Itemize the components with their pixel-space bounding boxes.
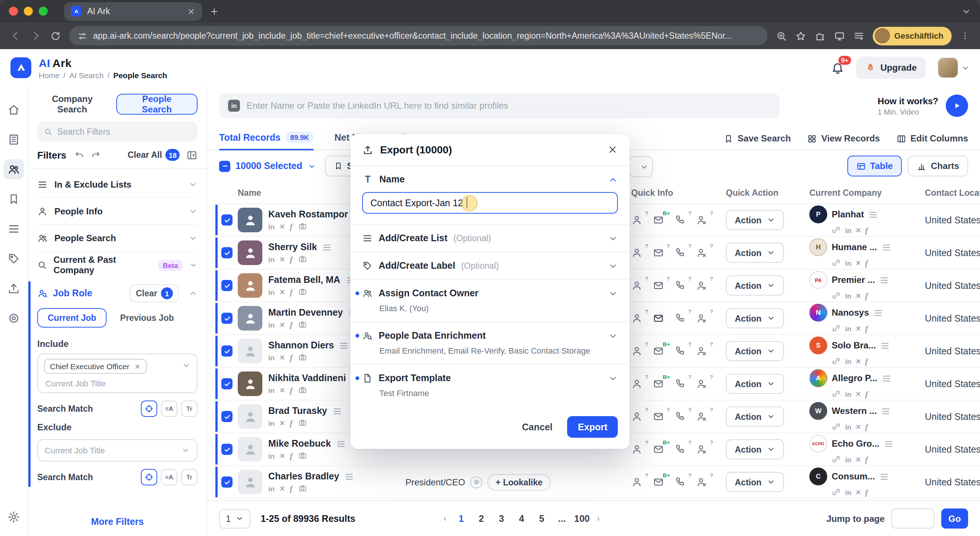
email-icon[interactable]: ? xyxy=(653,279,665,292)
action-button[interactable]: Action xyxy=(726,374,784,394)
person-remove-icon[interactable]: ? xyxy=(696,411,708,422)
x-icon[interactable]: × xyxy=(280,386,285,394)
action-button[interactable]: Action xyxy=(726,243,784,263)
row-checkbox[interactable] xyxy=(221,280,232,291)
previous-job-tab[interactable]: Previous Job xyxy=(110,313,184,322)
person-remove-icon[interactable]: ? xyxy=(696,214,708,226)
x-icon[interactable]: × xyxy=(280,288,285,296)
row-checkbox[interactable] xyxy=(221,411,232,422)
go-button[interactable]: Go xyxy=(941,509,968,528)
phone-icon[interactable]: ? xyxy=(675,312,686,324)
linkedin-search-bar[interactable]: in xyxy=(219,93,780,118)
row-checkbox[interactable] xyxy=(221,444,232,455)
rail-export-icon[interactable] xyxy=(4,278,24,298)
person-name[interactable]: Fatema Bell, MA xyxy=(268,275,340,285)
action-button[interactable]: Action xyxy=(726,439,784,459)
linkedin-icon[interactable]: in xyxy=(845,488,851,496)
match-text-icon[interactable]: Tr xyxy=(181,401,197,417)
facebook-icon[interactable]: f xyxy=(865,422,868,431)
enrichment-section[interactable]: People Data Enrichment Email Enrichment,… xyxy=(350,322,630,364)
linkedin-icon[interactable]: in xyxy=(268,452,275,460)
extensions-icon[interactable] xyxy=(815,30,826,41)
instagram-icon[interactable] xyxy=(298,484,307,493)
filter-section-company[interactable]: Current & Past Company Beta xyxy=(37,252,197,278)
action-button[interactable]: Action xyxy=(726,210,784,230)
filter-search[interactable] xyxy=(37,121,197,141)
export-name-input[interactable] xyxy=(362,192,618,214)
website-link-icon[interactable] xyxy=(832,422,841,431)
rail-people-icon[interactable] xyxy=(4,159,24,179)
person-remove-icon[interactable]: ? xyxy=(696,345,708,357)
linkedin-icon[interactable]: in xyxy=(268,255,275,263)
company-name[interactable]: Consum... xyxy=(832,471,875,482)
company-search-tab[interactable]: Company Search xyxy=(37,94,107,115)
facebook-icon[interactable]: f xyxy=(290,288,293,296)
job-role-header[interactable]: Job Role Clear 1 xyxy=(37,281,197,305)
instagram-icon[interactable] xyxy=(298,320,307,329)
facebook-icon[interactable]: f xyxy=(865,226,868,234)
job-role-clear-button[interactable]: Clear 1 xyxy=(130,284,179,302)
facebook-icon[interactable]: f xyxy=(865,324,868,332)
instagram-icon[interactable] xyxy=(298,353,307,362)
facebook-icon[interactable]: f xyxy=(290,484,293,492)
filter-search-input[interactable] xyxy=(57,127,191,136)
row-checkbox[interactable] xyxy=(221,346,232,357)
breadcrumb-ai-search[interactable]: AI Search xyxy=(69,70,103,79)
person-name[interactable]: Mike Roebuck xyxy=(268,438,331,449)
install-app-icon[interactable] xyxy=(834,30,845,41)
instagram-icon[interactable] xyxy=(298,287,307,296)
column-quick-action[interactable]: Quick Action xyxy=(726,188,809,197)
row-menu-icon[interactable] xyxy=(344,472,354,481)
linkedin-icon[interactable]: in xyxy=(845,455,851,463)
email-icon[interactable]: B+ xyxy=(653,476,665,488)
chevron-down-icon[interactable] xyxy=(608,261,618,271)
rail-bookmarks-icon[interactable] xyxy=(4,189,24,209)
x-icon[interactable]: × xyxy=(280,484,285,492)
action-button[interactable]: Action xyxy=(726,308,784,328)
hidden-dropdown-stub[interactable] xyxy=(629,156,653,177)
contact-card-icon[interactable]: ? xyxy=(631,443,643,455)
filter-section-people-search[interactable]: People Search xyxy=(37,225,197,252)
linkedin-icon[interactable]: in xyxy=(268,288,275,296)
phone-icon[interactable]: ? xyxy=(675,411,686,422)
website-link-icon[interactable] xyxy=(832,225,841,235)
company-menu-icon[interactable] xyxy=(880,341,890,350)
company-menu-icon[interactable] xyxy=(873,308,883,317)
facebook-icon[interactable]: f xyxy=(290,255,293,263)
action-button[interactable]: Action xyxy=(726,341,784,361)
close-icon[interactable] xyxy=(608,144,618,155)
phone-icon[interactable]: ? xyxy=(675,443,686,455)
person-remove-icon[interactable]: ? xyxy=(696,476,708,488)
page-button-current[interactable]: 1 xyxy=(453,509,469,527)
contact-card-icon[interactable]: ? xyxy=(631,345,643,357)
exclude-job-title-select[interactable]: Current Job Title xyxy=(37,439,197,461)
x-icon[interactable]: × xyxy=(856,226,861,234)
current-job-tab[interactable]: Current Job xyxy=(37,308,107,328)
person-remove-icon[interactable]: ? xyxy=(696,279,708,292)
website-link-icon[interactable] xyxy=(832,324,841,333)
browser-profile-chip[interactable]: Geschäftlich xyxy=(873,27,952,45)
match-contains-icon[interactable]: ≡A xyxy=(161,401,177,417)
linkedin-icon[interactable]: in xyxy=(845,259,851,267)
linkedin-icon[interactable]: in xyxy=(268,484,275,492)
action-button[interactable]: Action xyxy=(726,472,784,492)
rail-home-icon[interactable] xyxy=(4,100,24,120)
linkedin-search-input[interactable] xyxy=(247,100,771,111)
clear-all-button[interactable]: Clear All 18 xyxy=(127,149,180,161)
browser-menu-icon[interactable] xyxy=(960,30,970,41)
rail-labels-icon[interactable] xyxy=(4,249,24,269)
close-window-button[interactable] xyxy=(9,7,18,16)
x-icon[interactable]: × xyxy=(856,390,861,398)
company-menu-icon[interactable] xyxy=(881,242,891,252)
bookmark-star-icon[interactable] xyxy=(795,30,807,41)
company-menu-icon[interactable] xyxy=(884,439,894,449)
x-icon[interactable]: × xyxy=(856,324,861,332)
reload-button[interactable] xyxy=(50,30,61,41)
company-menu-icon[interactable] xyxy=(869,209,878,219)
contact-card-icon[interactable]: ? xyxy=(631,214,643,226)
row-menu-icon[interactable] xyxy=(339,341,349,350)
charts-view-toggle[interactable]: Charts xyxy=(908,155,968,176)
linkedin-icon[interactable]: in xyxy=(845,292,851,300)
tab-search-icon[interactable] xyxy=(961,6,971,16)
page-size-select[interactable]: 1 xyxy=(219,509,250,528)
